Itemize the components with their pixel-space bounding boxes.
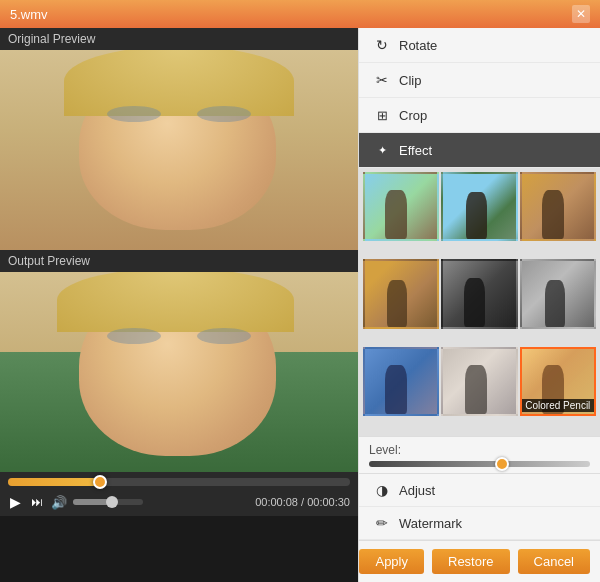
time-display: 00:00:08 / 00:00:30 <box>255 496 350 508</box>
apply-button[interactable]: Apply <box>359 549 424 574</box>
effect-thumb-warm2[interactable] <box>363 259 439 328</box>
progress-fill <box>8 478 100 486</box>
restore-button[interactable]: Restore <box>432 549 510 574</box>
effect-thumb-normal2[interactable] <box>441 172 517 241</box>
left-panel: Original Preview Output Preview <box>0 28 358 582</box>
tool-item-watermark[interactable]: ✏ Watermark <box>359 507 600 540</box>
crop-label: Crop <box>399 108 427 123</box>
level-label: Level: <box>369 443 590 457</box>
volume-thumb[interactable] <box>106 496 118 508</box>
effect-icon: ✦ <box>373 141 391 159</box>
effect-grid: Colored Pencil <box>359 168 600 436</box>
tool-item-effect[interactable]: ✦ Effect <box>359 133 600 168</box>
tool-menu: ↻ Rotate ✂ Clip ⊞ Crop ✦ Effect <box>359 28 600 168</box>
watermark-icon: ✏ <box>373 514 391 532</box>
effect-thumb-bw2[interactable] <box>520 259 596 328</box>
level-section: Level: <box>359 436 600 473</box>
main-layout: Original Preview Output Preview <box>0 28 600 582</box>
effect-thumb-warm1[interactable] <box>520 172 596 241</box>
output-video-frame <box>0 272 358 472</box>
playback-section: ▶ ⏭ 🔊 00:00:08 / 00:00:30 <box>0 472 358 516</box>
forward-button[interactable]: ⏭ <box>29 493 45 511</box>
level-slider[interactable] <box>369 461 590 467</box>
clip-icon: ✂ <box>373 71 391 89</box>
effect-thumb-pencil[interactable] <box>441 347 517 416</box>
watermark-label: Watermark <box>399 516 462 531</box>
clip-label: Clip <box>399 73 421 88</box>
effect-thumb-normal1[interactable] <box>363 172 439 241</box>
original-preview <box>0 50 358 250</box>
tool-item-clip[interactable]: ✂ Clip <box>359 63 600 98</box>
progress-thumb[interactable] <box>93 475 107 489</box>
original-preview-label: Original Preview <box>0 28 358 50</box>
title-bar: 5.wmv ✕ <box>0 0 600 28</box>
rotate-icon: ↻ <box>373 36 391 54</box>
effect-thumb-blue[interactable] <box>363 347 439 416</box>
tool-item-adjust[interactable]: ◑ Adjust <box>359 474 600 507</box>
cancel-button[interactable]: Cancel <box>518 549 590 574</box>
tool-item-crop[interactable]: ⊞ Crop <box>359 98 600 133</box>
extra-tools: ◑ Adjust ✏ Watermark <box>359 473 600 540</box>
volume-icon: 🔊 <box>51 495 67 510</box>
bottom-buttons: Apply Restore Cancel <box>359 540 600 582</box>
adjust-label: Adjust <box>399 483 435 498</box>
output-preview <box>0 272 358 472</box>
effect-label: Effect <box>399 143 432 158</box>
rotate-label: Rotate <box>399 38 437 53</box>
tool-item-rotate[interactable]: ↻ Rotate <box>359 28 600 63</box>
progress-bar[interactable] <box>8 478 350 486</box>
adjust-icon: ◑ <box>373 481 391 499</box>
effect-thumb-bw1[interactable] <box>441 259 517 328</box>
right-panel: ↻ Rotate ✂ Clip ⊞ Crop ✦ Effect <box>358 28 600 582</box>
level-thumb[interactable] <box>495 457 509 471</box>
output-preview-label: Output Preview <box>0 250 358 272</box>
original-video-frame <box>0 50 358 250</box>
effect-thumb-colored-pencil[interactable]: Colored Pencil <box>520 347 596 416</box>
play-button[interactable]: ▶ <box>8 492 23 512</box>
volume-slider[interactable] <box>73 499 143 505</box>
crop-icon: ⊞ <box>373 106 391 124</box>
controls-row: ▶ ⏭ 🔊 00:00:08 / 00:00:30 <box>8 492 350 512</box>
window-title: 5.wmv <box>10 7 572 22</box>
close-button[interactable]: ✕ <box>572 5 590 23</box>
